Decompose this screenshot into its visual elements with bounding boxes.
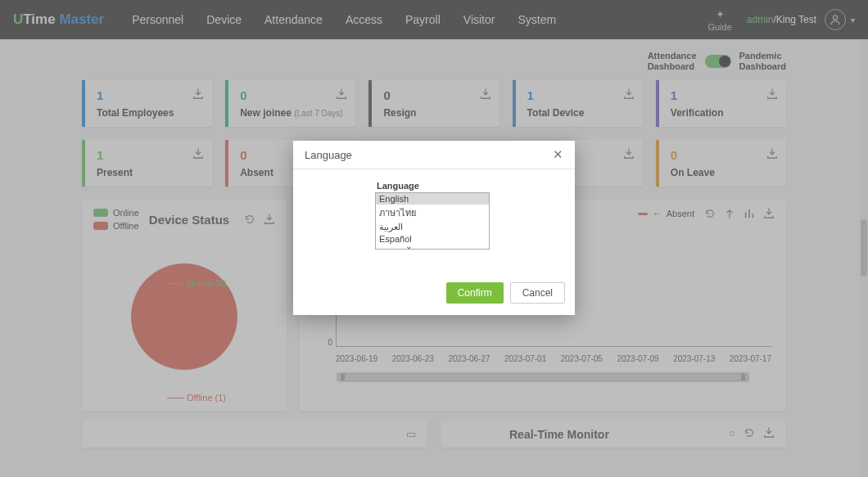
language-option[interactable]: العربية	[376, 221, 489, 233]
modal-title: Language	[305, 149, 352, 161]
close-icon[interactable]: ✕	[553, 147, 563, 162]
language-select[interactable]: English ภาษาไทย العربية Español русский …	[375, 192, 490, 250]
confirm-button[interactable]: Confirm	[446, 282, 504, 304]
language-option[interactable]: English	[376, 193, 489, 205]
language-option[interactable]: ภาษาไทย	[376, 205, 489, 221]
language-option[interactable]: Español	[376, 233, 489, 245]
modal-overlay[interactable]: Language ✕ Language English ภาษาไทย العر…	[0, 0, 868, 477]
cancel-button[interactable]: Cancel	[510, 282, 565, 304]
language-option[interactable]: русский язык	[376, 245, 489, 250]
language-field-label: Language	[377, 181, 542, 191]
language-modal: Language ✕ Language English ภาษาไทย العر…	[293, 141, 575, 315]
